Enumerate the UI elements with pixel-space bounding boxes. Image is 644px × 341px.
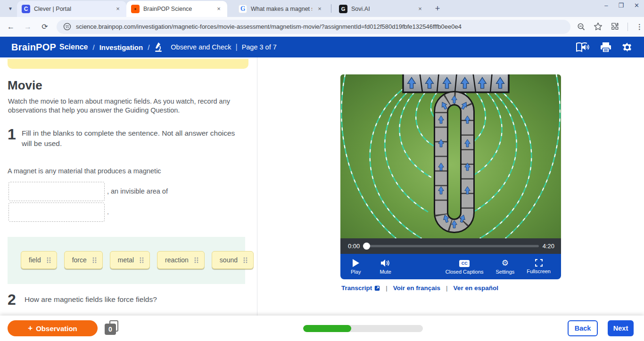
mute-button[interactable]: Mute bbox=[380, 259, 391, 275]
observation-counter[interactable]: 0 bbox=[105, 320, 121, 336]
tab-google-search[interactable]: G What makes a magnet stick to × bbox=[234, 1, 328, 17]
external-link-icon bbox=[374, 285, 380, 291]
word-chip-sound[interactable]: sound bbox=[212, 251, 254, 269]
closed-captions-label: Closed Captions bbox=[446, 269, 484, 275]
french-link[interactable]: Voir en français bbox=[393, 284, 440, 292]
transcript-links: Transcript | Voir en français | Ver en e… bbox=[341, 284, 498, 292]
panel-divider bbox=[257, 57, 257, 316]
tab-title: BrainPOP Science bbox=[143, 6, 211, 12]
bookmark-star-icon[interactable] bbox=[594, 22, 603, 31]
site-settings-icon[interactable] bbox=[63, 23, 71, 31]
drag-handle-icon bbox=[47, 257, 51, 263]
spanish-link[interactable]: Ver en español bbox=[454, 284, 498, 292]
seek-track[interactable] bbox=[363, 245, 539, 247]
forward-nav-icon[interactable]: → bbox=[22, 21, 34, 33]
word-chip-metal[interactable]: metal bbox=[110, 251, 150, 269]
observation-label: Observation bbox=[36, 325, 77, 333]
mute-label: Mute bbox=[380, 269, 391, 275]
seek-knob[interactable] bbox=[363, 243, 370, 250]
video-frame-magnet-field-lines[interactable] bbox=[340, 74, 561, 238]
browser-toolbar: ← → ⟳ science.brainpop.com/investigation… bbox=[0, 17, 644, 37]
back-nav-icon[interactable]: ← bbox=[5, 21, 17, 33]
add-observation-button[interactable]: + Observation bbox=[8, 320, 98, 336]
closed-captions-button[interactable]: CC Closed Captions bbox=[446, 259, 484, 275]
tab-title: Sovi.AI bbox=[351, 6, 413, 12]
chip-label: field bbox=[29, 256, 41, 264]
header-divider: | bbox=[235, 43, 237, 51]
chip-label: reaction bbox=[165, 256, 189, 264]
window-minimize-button[interactable]: – bbox=[604, 2, 608, 9]
tab-brainpop-science[interactable]: ● BrainPOP Science × bbox=[126, 1, 227, 17]
new-tab-button[interactable]: + bbox=[431, 2, 444, 15]
play-label: Play bbox=[351, 269, 361, 275]
word-chip-force[interactable]: force bbox=[64, 251, 103, 269]
back-button[interactable]: Back bbox=[568, 320, 598, 336]
chip-label: force bbox=[72, 256, 87, 264]
answer-blank-1[interactable] bbox=[8, 182, 105, 201]
tab-close-icon[interactable]: × bbox=[215, 5, 223, 13]
guiding-question-banner bbox=[8, 59, 248, 69]
chip-label: metal bbox=[118, 256, 134, 264]
sentence-middle: , an invisible area of bbox=[107, 187, 168, 195]
speaker-icon bbox=[381, 259, 390, 267]
cc-icon: CC bbox=[459, 260, 470, 267]
player-gear-icon: ⚙ bbox=[502, 259, 509, 267]
drag-handle-icon bbox=[243, 257, 248, 263]
tab-clever-portal[interactable]: C Clever | Portal × bbox=[17, 1, 126, 17]
player-settings-button[interactable]: ⚙ Settings bbox=[496, 259, 515, 275]
product-name: Science bbox=[59, 43, 88, 51]
word-bank: field force metal reaction sound bbox=[8, 237, 245, 284]
movie-description: Watch the movie to learn about magnetic … bbox=[8, 97, 234, 115]
tab-close-icon[interactable]: × bbox=[114, 5, 122, 13]
breadcrumb-investigation[interactable]: Investigation bbox=[99, 43, 143, 51]
observation-count-badge: 0 bbox=[105, 324, 116, 335]
window-close-button[interactable]: ✕ bbox=[634, 2, 639, 9]
tab-title: Clever | Portal bbox=[34, 6, 110, 12]
settings-label: Settings bbox=[496, 269, 515, 275]
magnet-bar bbox=[403, 74, 509, 92]
lesson-progress-bar bbox=[303, 325, 423, 332]
question-1-number: 1 bbox=[8, 126, 16, 143]
tab-close-icon[interactable]: × bbox=[416, 5, 424, 13]
video-controls: Play Mute CC Closed Captions bbox=[340, 254, 561, 279]
tab-title: What makes a magnet stick to bbox=[251, 6, 312, 12]
browser-menu-kebab-icon[interactable]: ⋮ bbox=[636, 23, 643, 31]
tab-close-icon[interactable]: × bbox=[316, 5, 323, 13]
word-chip-field[interactable]: field bbox=[21, 251, 57, 269]
settings-gear-icon[interactable] bbox=[622, 42, 633, 53]
question-2-number: 2 bbox=[8, 291, 16, 309]
fullscreen-button[interactable]: Fullscreen bbox=[527, 259, 551, 275]
fullscreen-icon bbox=[535, 259, 543, 267]
address-bar[interactable]: science.brainpop.com/investigation/magne… bbox=[57, 20, 570, 34]
read-aloud-icon[interactable] bbox=[576, 42, 590, 53]
transcript-link[interactable]: Transcript bbox=[341, 284, 380, 292]
play-button[interactable]: Play bbox=[351, 259, 361, 275]
next-button[interactable]: Next bbox=[608, 320, 634, 336]
url-text[interactable]: science.brainpop.com/investigation/magne… bbox=[76, 23, 462, 30]
tab-sovi-ai[interactable]: G Sovi.AI × bbox=[334, 1, 429, 17]
link-separator: | bbox=[386, 284, 388, 292]
print-icon[interactable] bbox=[600, 42, 611, 53]
link-separator: | bbox=[446, 284, 448, 292]
tab-search-chevron-icon[interactable]: ▾ bbox=[4, 2, 17, 15]
lesson-content: Movie Watch the movie to learn about mag… bbox=[0, 57, 644, 316]
extensions-puzzle-icon[interactable] bbox=[611, 22, 619, 31]
reload-icon[interactable]: ⟳ bbox=[39, 21, 51, 33]
page-zoom-icon[interactable] bbox=[577, 23, 586, 31]
brainpop-logo[interactable]: BrainPOP bbox=[11, 42, 56, 53]
fullscreen-label: Fullscreen bbox=[527, 268, 551, 274]
breadcrumb-separator: / bbox=[148, 43, 149, 51]
toolbar-divider bbox=[627, 23, 628, 31]
transcript-label: Transcript bbox=[341, 284, 372, 292]
word-chip-reaction[interactable]: reaction bbox=[157, 251, 205, 269]
drag-handle-icon bbox=[140, 257, 144, 263]
video-timebar: 0:00 4:20 bbox=[340, 238, 561, 254]
video-player: 0:00 4:20 Play bbox=[340, 74, 561, 279]
question-1-text: Fill in the blanks to complete the sente… bbox=[22, 128, 246, 149]
brainpop-header: BrainPOP Science / Investigation / Obser… bbox=[0, 37, 644, 57]
answer-blank-2[interactable] bbox=[8, 203, 105, 222]
play-icon bbox=[352, 259, 359, 267]
sentence-stem: A magnet is any material that produces a… bbox=[8, 167, 161, 175]
total-duration: 4:20 bbox=[543, 243, 554, 250]
window-restore-button[interactable]: ❐ bbox=[618, 2, 624, 9]
